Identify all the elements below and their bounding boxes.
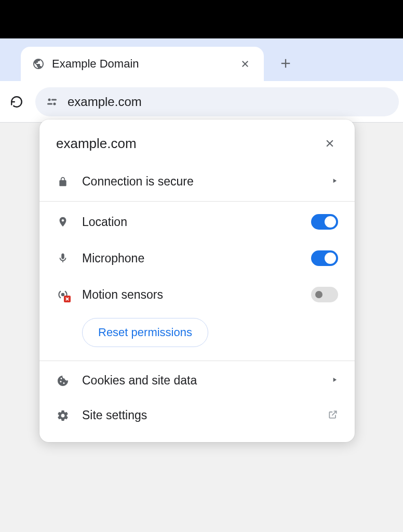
- motion-sensors-label: Motion sensors: [82, 288, 163, 302]
- connection-secure-row[interactable]: Connection is secure: [39, 164, 355, 199]
- svg-rect-7: [47, 103, 52, 104]
- microphone-toggle[interactable]: [311, 250, 338, 266]
- popup-title: example.com: [56, 136, 137, 152]
- divider: [39, 201, 355, 202]
- divider: [39, 361, 355, 361]
- microphone-label: Microphone: [82, 251, 144, 265]
- open-external-icon: [328, 409, 338, 422]
- site-controls-icon[interactable]: [45, 95, 59, 109]
- svg-point-4: [48, 98, 51, 101]
- close-tab-button[interactable]: [238, 57, 252, 71]
- popup-close-button[interactable]: [321, 135, 338, 152]
- tab-title: Example Domain: [52, 57, 238, 71]
- site-settings-row[interactable]: Site settings: [39, 398, 355, 433]
- url-text: example.com: [68, 95, 142, 109]
- location-icon: [56, 215, 70, 229]
- cookie-icon: [56, 374, 70, 388]
- motion-sensors-permission-row: Motion sensors: [39, 276, 355, 313]
- toolbar: example.com: [0, 81, 403, 123]
- cookies-label: Cookies and site data: [82, 374, 197, 388]
- motion-sensors-toggle[interactable]: [311, 287, 338, 302]
- cookies-row[interactable]: Cookies and site data: [39, 363, 355, 398]
- connection-label: Connection is secure: [82, 175, 194, 189]
- location-toggle[interactable]: [311, 214, 338, 230]
- browser-tab[interactable]: Example Domain: [21, 47, 264, 81]
- globe-icon: [32, 58, 45, 70]
- new-tab-button[interactable]: [275, 53, 296, 74]
- lock-icon: [56, 175, 70, 189]
- reload-button[interactable]: [4, 89, 29, 114]
- svg-line-13: [332, 411, 336, 415]
- window-top-bar: [0, 0, 403, 38]
- location-label: Location: [82, 215, 127, 229]
- blocked-badge-icon: [64, 296, 71, 302]
- reset-permissions-button[interactable]: Reset permissions: [82, 318, 208, 347]
- location-permission-row: Location: [39, 204, 355, 240]
- site-info-popup: example.com Connection is secure: [39, 119, 355, 442]
- svg-rect-5: [51, 99, 57, 100]
- reset-button-wrap: Reset permissions: [39, 313, 355, 358]
- address-bar[interactable]: example.com: [35, 87, 399, 116]
- chevron-right-icon: [331, 376, 338, 385]
- tab-strip: Example Domain: [0, 38, 403, 81]
- content-area: example.com Connection is secure: [0, 123, 403, 532]
- motion-sensors-icon: [56, 288, 70, 301]
- microphone-icon: [56, 251, 70, 265]
- popup-header: example.com: [39, 119, 355, 164]
- gear-icon: [56, 409, 70, 422]
- svg-point-6: [53, 102, 56, 105]
- chevron-right-icon: [331, 177, 338, 187]
- site-settings-label: Site settings: [82, 408, 147, 422]
- microphone-permission-row: Microphone: [39, 240, 355, 276]
